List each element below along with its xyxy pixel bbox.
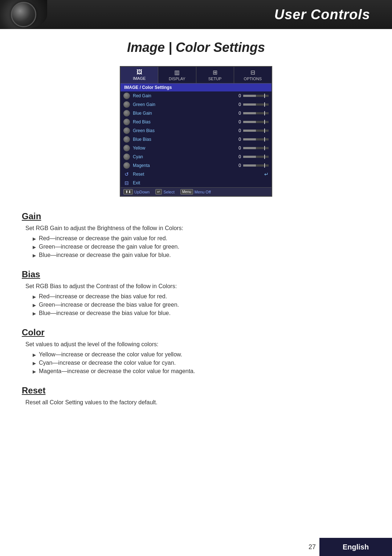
color-section: Color Set values to adjust the level of … <box>22 327 370 375</box>
page-content: Image | Color Settings 🖼 IMAGE ▥ DISPLAY… <box>0 29 392 431</box>
header-bar: User Controls <box>0 0 392 29</box>
osd-row-magenta[interactable]: Magenta 0 <box>121 161 271 170</box>
list-item: ▶ Red—increase or decrease the bias valu… <box>33 293 370 300</box>
green-bias-slider-fill <box>243 130 256 132</box>
page-number: 27 <box>309 543 316 551</box>
lens-circle <box>11 2 36 27</box>
yellow-slider-tick <box>264 146 265 150</box>
green-bias-slider[interactable] <box>243 130 269 132</box>
magenta-slider[interactable] <box>243 164 269 167</box>
page-title: User Controls <box>274 7 370 23</box>
blue-gain-slider-fill <box>243 112 256 114</box>
bullet-arrow-icon: ▶ <box>33 352 36 357</box>
updown-key: ⬆⬇ <box>123 189 133 195</box>
green-gain-slider-tick <box>264 102 265 107</box>
osd-row-yellow[interactable]: Yellow 0 <box>121 144 271 152</box>
osd-nav-updown: ⬆⬇ UpDown <box>123 189 150 195</box>
tab-setup-label: SETUP <box>208 77 222 81</box>
green-bias-label: Green Bias <box>133 128 236 133</box>
color-bullet-list: ▶ Yellow—increase or decrease the color … <box>33 351 370 375</box>
cyan-label: Cyan <box>133 154 236 159</box>
tab-display[interactable]: ▥ DISPLAY <box>158 67 196 83</box>
list-item: ▶ Cyan—increase or decrease the color va… <box>33 360 370 366</box>
green-gain-label: Green Gain <box>133 102 236 107</box>
red-bias-icon <box>123 119 130 125</box>
select-key: ↵ <box>155 189 162 195</box>
osd-row-green-bias[interactable]: Green Bias 0 <box>121 126 271 135</box>
osd-row-red-bias[interactable]: Red Bias 0 <box>121 118 271 126</box>
reset-enter-icon: ↵ <box>264 171 269 177</box>
cyan-slider-tick <box>264 155 265 159</box>
cyan-icon <box>123 154 130 160</box>
green-bias-slider-tick <box>264 128 265 133</box>
cyan-value: 0 <box>236 154 241 159</box>
sections-container: Gain Set RGB Gain to adjust the Brightne… <box>22 211 370 406</box>
magenta-label: Magenta <box>133 163 236 168</box>
cyan-slider-fill <box>243 156 256 158</box>
osd-nav-menuoff: Menu Menu Off <box>180 189 211 195</box>
osd-container: 🖼 IMAGE ▥ DISPLAY ⊞ SETUP ⊟ OPTIONS IMAG… <box>22 66 370 197</box>
bullet-arrow-icon: ▶ <box>33 294 36 299</box>
list-item: ▶ Red—increase or decrease the gain valu… <box>33 235 370 242</box>
blue-bias-slider-fill <box>243 138 256 140</box>
color-bullet-0: Yellow—increase or decrease the color va… <box>39 351 182 358</box>
list-item: ▶ Magenta—increase or decrease the color… <box>33 368 370 375</box>
updown-label: UpDown <box>134 190 150 194</box>
blue-bias-icon <box>123 136 130 143</box>
blue-gain-slider-tick <box>264 111 265 115</box>
cyan-slider[interactable] <box>243 156 269 158</box>
page-subtitle: Image | Color Settings <box>22 40 370 55</box>
blue-gain-slider[interactable] <box>243 112 269 114</box>
osd-row-green-gain[interactable]: Green Gain 0 <box>121 100 271 109</box>
osd-row-blue-bias[interactable]: Blue Bias 0 <box>121 135 271 144</box>
footer-language: English <box>319 538 392 556</box>
blue-bias-slider[interactable] <box>243 138 269 140</box>
blue-bias-label: Blue Bias <box>133 137 236 142</box>
gain-section: Gain Set RGB Gain to adjust the Brightne… <box>22 211 370 258</box>
osd-bottom-bar: ⬆⬇ UpDown ↵ Select Menu Menu Off <box>121 187 271 196</box>
magenta-value: 0 <box>236 163 241 168</box>
tab-setup[interactable]: ⊞ SETUP <box>196 67 234 83</box>
yellow-label: Yellow <box>133 146 236 151</box>
tab-options[interactable]: ⊟ OPTIONS <box>234 67 271 83</box>
yellow-slider[interactable] <box>243 147 269 149</box>
osd-nav-select: ↵ Select <box>155 189 175 195</box>
osd-row-reset[interactable]: ↺ Reset ↵ <box>121 170 271 179</box>
options-tab-icon: ⊟ <box>236 69 270 76</box>
color-intro: Set values to adjust the level of the fo… <box>25 341 370 348</box>
exit-label: Exit <box>133 180 269 185</box>
page-footer: 27 English <box>0 538 392 556</box>
osd-row-exit[interactable]: ⊟ Exit <box>121 179 271 187</box>
osd-row-red-gain[interactable]: Red Gain 0 <box>121 91 271 100</box>
select-label: Select <box>163 190 175 194</box>
list-item: ▶ Green—increase or decrease the gain va… <box>33 244 370 250</box>
bias-bullet-list: ▶ Red—increase or decrease the bias valu… <box>33 293 370 316</box>
green-bias-value: 0 <box>236 128 241 133</box>
color-bullet-1: Cyan—increase or decrease the color valu… <box>39 360 176 366</box>
red-gain-slider-fill <box>243 95 256 97</box>
bullet-arrow-icon: ▶ <box>33 369 36 374</box>
green-gain-value: 0 <box>236 102 241 107</box>
green-gain-slider[interactable] <box>243 103 269 106</box>
green-gain-slider-fill <box>243 103 256 106</box>
exit-icon: ⊟ <box>123 180 130 186</box>
color-heading: Color <box>22 327 370 338</box>
footer-page-number: 27 <box>0 538 319 556</box>
tab-image[interactable]: 🖼 IMAGE <box>121 67 158 83</box>
reset-section: Reset Reset all Color Setting values to … <box>22 385 370 406</box>
osd-rows: Red Gain 0 Green Gain 0 <box>121 91 271 187</box>
red-gain-label: Red Gain <box>133 93 236 98</box>
tab-options-label: OPTIONS <box>244 77 262 81</box>
osd-row-blue-gain[interactable]: Blue Gain 0 <box>121 109 271 118</box>
gain-bullet-1: Green—increase or decrease the gain valu… <box>39 244 179 250</box>
osd-tab-bar: 🖼 IMAGE ▥ DISPLAY ⊞ SETUP ⊟ OPTIONS <box>121 67 271 83</box>
bullet-arrow-icon: ▶ <box>33 303 36 308</box>
blue-bias-slider-tick <box>264 137 265 142</box>
lens-image <box>0 0 47 29</box>
bias-bullet-2: Blue—increase or decrease the bias value… <box>39 310 171 316</box>
red-gain-slider[interactable] <box>243 95 269 97</box>
red-bias-slider[interactable] <box>243 121 269 123</box>
bias-bullet-1: Green—increase or decrease the bias valu… <box>39 302 179 308</box>
reset-intro: Reset all Color Setting values to the fa… <box>25 399 370 406</box>
osd-row-cyan[interactable]: Cyan 0 <box>121 152 271 161</box>
